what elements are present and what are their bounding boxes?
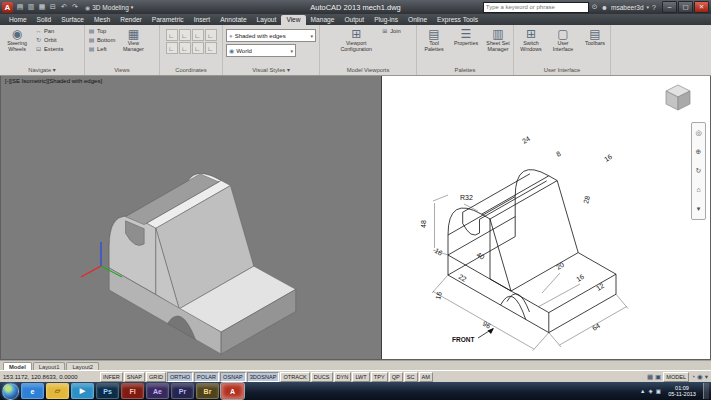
ribbon-tab[interactable]: Output <box>339 15 369 25</box>
steering-wheels-button[interactable]: ◉ Steering Wheels <box>2 27 32 53</box>
visual-style-dropdown[interactable]: ● Shaded with edges ▾ <box>226 29 316 42</box>
status-toggle-button[interactable]: SC <box>404 372 418 382</box>
ucs-tool-icon[interactable]: ∟ <box>179 42 191 54</box>
status-toggle-button[interactable]: QP <box>389 372 403 382</box>
taskbar-app-button[interactable]: A <box>221 383 244 399</box>
ribbon-tab[interactable]: Annotate <box>215 15 251 25</box>
status-toggle-button[interactable]: TPY <box>371 372 388 382</box>
minimize-button[interactable]: – <box>662 1 677 13</box>
tray-icon[interactable]: ▣ <box>656 388 661 394</box>
navbar-tool-icon[interactable]: ↻ <box>696 167 702 175</box>
ribbon-tab[interactable]: Insert <box>189 15 216 25</box>
wireframe-canvas[interactable]: 16248R324816402822201612961664 FRONT <box>382 76 710 359</box>
ribbon-tab[interactable]: Surface <box>56 15 89 25</box>
signin-caret-icon[interactable]: ▾ <box>647 4 650 10</box>
qat-icon[interactable]: ▦ <box>37 3 47 11</box>
statusbar-icon[interactable]: ◉ <box>697 373 703 381</box>
taskbar-app-button[interactable]: Br <box>196 383 219 399</box>
maximize-button[interactable]: ▢ <box>678 1 693 13</box>
ribbon-tab[interactable]: Express Tools <box>432 15 483 25</box>
view-preset-button[interactable]: ▤ Top <box>87 27 116 35</box>
view-preset-button[interactable]: ▤ Left <box>87 45 116 53</box>
qat-icon[interactable]: ↷ <box>70 3 80 11</box>
model-space-button[interactable]: MODEL <box>663 372 689 382</box>
taskbar-app-button[interactable]: e <box>21 383 44 399</box>
show-desktop-button[interactable] <box>703 383 709 399</box>
navbar-tool-icon[interactable]: ⌂ <box>696 186 700 194</box>
ribbon-tab[interactable]: Mesh <box>89 15 115 25</box>
ribbon-tab[interactable]: Render <box>115 15 147 25</box>
ribbon-tab[interactable]: Parametric <box>147 15 189 25</box>
taskbar-app-button[interactable]: Ae <box>146 383 169 399</box>
status-toggle-button[interactable]: DUCS <box>311 372 333 382</box>
signin-user[interactable]: msabeer3d <box>611 4 644 11</box>
ribbon-tab[interactable]: Layout <box>252 15 282 25</box>
viewport-controls-label[interactable]: [-][SE Isometric][Shaded with edges] <box>5 78 102 84</box>
view-manager-button[interactable]: ▦ View Manager <box>118 27 148 53</box>
ribbon-tab[interactable]: Manage <box>306 15 340 25</box>
status-toggle-button[interactable]: SNAP <box>124 372 145 382</box>
qat-icon[interactable]: ⊟ <box>48 3 58 11</box>
ucs-tool-icon[interactable]: ∟ <box>166 29 178 41</box>
ribbon-tab[interactable]: Home <box>4 15 32 25</box>
ucs-tool-icon[interactable]: ∟ <box>205 42 217 54</box>
ucs-tool-icon[interactable]: ∟ <box>205 29 217 41</box>
statusbar-icon[interactable]: ▣ <box>655 373 661 381</box>
ucs-world-dropdown[interactable]: ◉ World ▾ <box>226 44 296 57</box>
search-icon[interactable]: ⊙ <box>592 3 598 11</box>
taskbar-app-button[interactable]: Ps <box>96 383 119 399</box>
navigate-tool-button[interactable]: ⊡ Extents <box>34 45 64 53</box>
status-toggle-button[interactable]: DYN <box>334 372 352 382</box>
viewport-configuration-button[interactable]: ⊞ Viewport Configuration <box>334 27 378 53</box>
tray-icon[interactable]: ◈ <box>649 388 653 394</box>
panel-label-user-interface[interactable]: User Interface <box>514 65 610 75</box>
ui-tool-button[interactable]: ⊞ Switch Windows <box>516 27 546 53</box>
autocad-logo-icon[interactable]: A <box>2 2 13 13</box>
ucs-tool-icon[interactable]: ∟ <box>192 42 204 54</box>
panel-label-navigate[interactable]: Navigate ▾ <box>0 65 84 75</box>
start-button[interactable] <box>2 383 19 400</box>
tray-icon[interactable]: ▲ <box>640 388 645 394</box>
ui-tool-button[interactable]: ▢ User Interface <box>548 27 578 53</box>
qat-icon[interactable]: ▤ <box>15 3 25 11</box>
help-icon[interactable]: ? <box>652 4 656 11</box>
taskbar-app-button[interactable]: Pr <box>171 383 194 399</box>
panel-label-views[interactable]: Views <box>85 65 159 75</box>
qat-icon[interactable]: ↶ <box>59 3 69 11</box>
status-toggle-button[interactable]: POLAR <box>194 372 219 382</box>
taskbar-app-button[interactable]: ▱ <box>46 383 69 399</box>
view-preset-button[interactable]: ▤ Bottom <box>87 36 116 44</box>
navbar-tool-icon[interactable]: ◎ <box>695 129 701 137</box>
panel-label-coordinates[interactable]: Coordinates <box>160 65 222 75</box>
navbar-tool-icon[interactable]: ▾ <box>697 205 701 213</box>
status-toggle-button[interactable]: AM <box>419 372 433 382</box>
ucs-tool-icon[interactable]: ∟ <box>192 29 204 41</box>
status-toggle-button[interactable]: 3DOSNAP <box>247 372 280 382</box>
ribbon-tab[interactable]: View <box>281 15 305 25</box>
workspace-switcher[interactable]: ◉ 3D Modeling ▾ <box>82 4 136 11</box>
navigate-tool-button[interactable]: ↔ Pan <box>34 27 64 35</box>
shaded-model-canvas[interactable] <box>1 76 381 359</box>
taskbar-app-button[interactable]: ▶ <box>71 383 94 399</box>
ucs-tool-icon[interactable]: ∟ <box>166 42 178 54</box>
status-toggle-button[interactable]: OTRACK <box>280 372 309 382</box>
ribbon-tab[interactable]: Online <box>403 15 432 25</box>
status-toggle-button[interactable]: OSNAP <box>220 372 246 382</box>
close-button[interactable]: ✕ <box>694 1 709 13</box>
palette-button[interactable]: ☰ Properties <box>451 27 481 53</box>
viewport-wireframe[interactable]: 16248R324816402822201612961664 FRONT ◎⊕↻… <box>382 76 710 359</box>
search-input[interactable] <box>483 2 589 13</box>
panel-label-visual-styles[interactable]: Visual Styles ▾ <box>223 65 319 75</box>
navbar-tool-icon[interactable]: ⊕ <box>696 148 702 156</box>
panel-label-model-viewports[interactable]: Model Viewports <box>320 65 416 75</box>
statusbar-icon[interactable]: ◔ <box>691 373 695 381</box>
status-toggle-button[interactable]: LWT <box>352 372 369 382</box>
palette-button[interactable]: ▥ Sheet Set Manager <box>483 27 513 53</box>
status-toggle-button[interactable]: INFER <box>100 372 123 382</box>
ribbon-tab[interactable]: Plug-ins <box>369 15 403 25</box>
panel-label-palettes[interactable]: Palettes <box>417 65 513 75</box>
palette-button[interactable]: ▤ Tool Palettes <box>419 27 449 53</box>
ucs-tool-icon[interactable]: ∟ <box>179 29 191 41</box>
viewport-join-button[interactable]: ⊞ Join <box>380 27 402 35</box>
statusbar-icon[interactable]: ▾ <box>705 373 708 381</box>
